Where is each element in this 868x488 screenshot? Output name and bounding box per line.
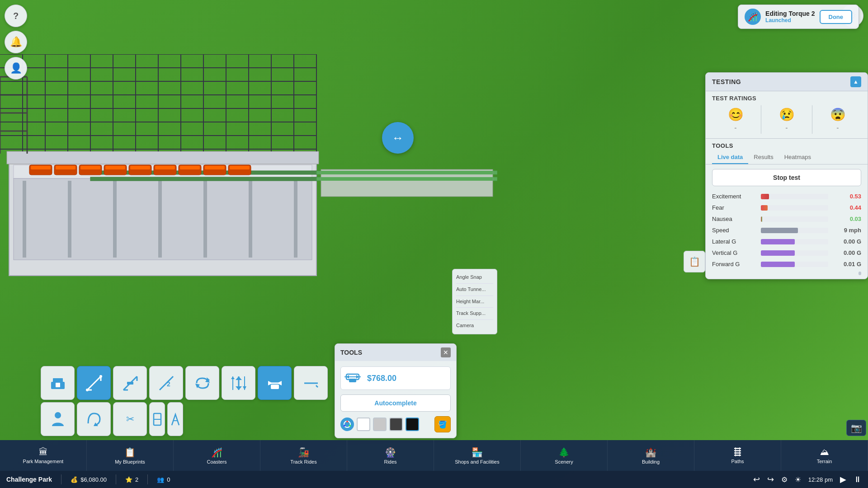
forward-g-bar-container [761, 262, 828, 267]
autocomplete-button[interactable]: Autocomplete [340, 394, 451, 412]
undo-button[interactable]: ↩ [753, 474, 760, 484]
toolbar-raise-lower-button[interactable] [222, 366, 255, 400]
coasters-label: Coasters [207, 459, 226, 465]
vertical-g-value: 0.00 G [832, 249, 861, 256]
tab-results[interactable]: Results [748, 151, 778, 164]
nav-paths[interactable]: 🛤 Paths [694, 440, 781, 471]
height-marker-option[interactable]: Height Mar... [456, 296, 493, 308]
speed-bar-container [761, 228, 828, 233]
nav-coasters[interactable]: 🎢 Coasters [174, 440, 260, 471]
notification-button[interactable]: 🔔 [5, 31, 27, 53]
fear-row: Fear 0.44 [706, 202, 868, 213]
track-support-option[interactable]: Track Supp... [456, 308, 493, 320]
toolbar-transport-button[interactable] [167, 402, 183, 436]
toolbar-scissors-button[interactable]: ✂ [113, 402, 147, 436]
svg-rect-30 [31, 166, 51, 169]
paint-icon: 🪣 [438, 420, 447, 429]
profile-button[interactable]: 👤 [5, 57, 27, 80]
toolbar-loop-button[interactable] [77, 402, 111, 436]
angle-snap-option[interactable]: Angle Snap [456, 272, 493, 284]
redo-button[interactable]: ↪ [767, 474, 774, 484]
done-button[interactable]: Done [820, 10, 853, 24]
tools-popup: TOOLS ✕ $768.00 Autocomplete [335, 343, 457, 438]
panel-title: TESTING [712, 78, 741, 85]
terrain-icon: ⛰ [820, 447, 829, 457]
svg-rect-7 [158, 181, 162, 258]
nav-shops-facilities[interactable]: 🏪 Shops and Facilities [434, 440, 521, 471]
color-swatch-dark-gray[interactable] [389, 418, 403, 431]
coaster-status: Launched [765, 17, 815, 23]
lateral-g-label: Lateral G [712, 238, 757, 245]
track-rides-label: Track Rides [290, 459, 316, 465]
paint-tool-button[interactable]: 🪣 [434, 416, 451, 432]
panel-collapse-button[interactable]: ▲ [850, 76, 861, 87]
auto-tunnel-option[interactable]: Auto Tunne... [456, 284, 493, 296]
svg-point-81 [99, 375, 102, 378]
rides-icon: 🎡 [385, 447, 396, 458]
park-name-item: Challenge Park [6, 476, 52, 483]
forward-g-label: Forward G [712, 261, 757, 267]
happy-smiley-icon: 😊 [728, 107, 744, 122]
divider-3 [147, 474, 148, 484]
coaster-name: Editing Torque 2 [765, 10, 815, 17]
svg-rect-34 [130, 166, 150, 169]
toolbar-duplicate-button[interactable]: 2 [149, 366, 183, 400]
profile-icon: 👤 [10, 62, 22, 74]
pause-button[interactable]: ⏸ [854, 475, 862, 484]
svg-rect-37 [205, 166, 225, 169]
toolbar-rotate-button[interactable] [185, 366, 219, 400]
fear-label: Fear [712, 204, 757, 211]
forward-g-row: Forward G 0.01 G [706, 258, 868, 270]
svg-rect-75 [56, 383, 60, 387]
color-swatch-white[interactable] [357, 418, 370, 431]
speed-value: 9 mph [832, 227, 861, 234]
help-button[interactable]: ? [5, 5, 27, 27]
testing-panel: TESTING ▲ TEST RATINGS 😊 - 😢 - 😨 - TOOLS… [705, 72, 868, 279]
toolbar-track-piece-button[interactable] [77, 366, 111, 400]
transfer-track-icon [344, 371, 361, 386]
color-swatch-black[interactable] [406, 418, 419, 431]
forward-g-value: 0.01 G [832, 261, 861, 267]
nav-park-management[interactable]: 🏛 Park Management [0, 440, 87, 471]
stop-test-button[interactable]: Stop test [712, 169, 861, 186]
nav-my-blueprints[interactable]: 📋 My Blueprints [87, 440, 174, 471]
nav-rides[interactable]: 🎡 Rides [347, 440, 434, 471]
toolbar-brake-button[interactable] [149, 402, 165, 436]
nav-terrain[interactable]: ⛰ Terrain [781, 440, 868, 471]
toolbar-remove-button[interactable] [294, 366, 328, 400]
camera-option[interactable]: Camera [456, 320, 493, 332]
tab-live-data[interactable]: Live data [712, 151, 748, 164]
fear-value: 0.44 [832, 204, 861, 211]
toolbar-station-button[interactable] [41, 366, 75, 400]
svg-marker-101 [243, 386, 246, 390]
measure-tool-bubble[interactable]: ↔ [382, 122, 414, 154]
close-tools-popup-button[interactable]: ✕ [441, 347, 451, 357]
color-picker-icon[interactable] [340, 418, 354, 431]
nav-track-rides[interactable]: 🚂 Track Rides [260, 440, 347, 471]
toolbar-special-track-button[interactable] [113, 366, 147, 400]
svg-point-72 [344, 425, 345, 427]
toolbar-transfer-active-button[interactable] [258, 366, 292, 400]
camera-button[interactable]: 📷 [846, 420, 866, 436]
toolbar-person-button[interactable] [41, 402, 75, 436]
svg-rect-31 [56, 166, 75, 169]
extra-side-button[interactable]: 📋 [684, 251, 705, 272]
nav-building[interactable]: 🏰 Building [608, 440, 694, 471]
nav-scenery[interactable]: 🌲 Scenery [521, 440, 608, 471]
test-ratings-title: TEST RATINGS [706, 91, 868, 103]
svg-point-80 [86, 389, 89, 391]
ratings-row: 😊 - 😢 - 😨 - [706, 103, 868, 139]
color-swatch-light-gray[interactable] [373, 418, 387, 431]
svg-rect-3 [14, 178, 312, 260]
svg-rect-9 [249, 181, 252, 258]
my-blueprints-icon: 📋 [124, 447, 136, 458]
tab-heatmaps[interactable]: Heatmaps [779, 151, 816, 164]
sun-icon[interactable]: ☀ [795, 475, 801, 484]
lateral-g-bar [761, 239, 795, 244]
svg-rect-35 [155, 166, 175, 169]
money-value: $6,080.00 [80, 476, 107, 483]
speed-icon[interactable]: ⚙ [781, 475, 788, 484]
play-button[interactable]: ▶ [840, 474, 846, 484]
excitement-bar-container [761, 194, 828, 199]
rating-scared: 😨 - [812, 105, 863, 134]
